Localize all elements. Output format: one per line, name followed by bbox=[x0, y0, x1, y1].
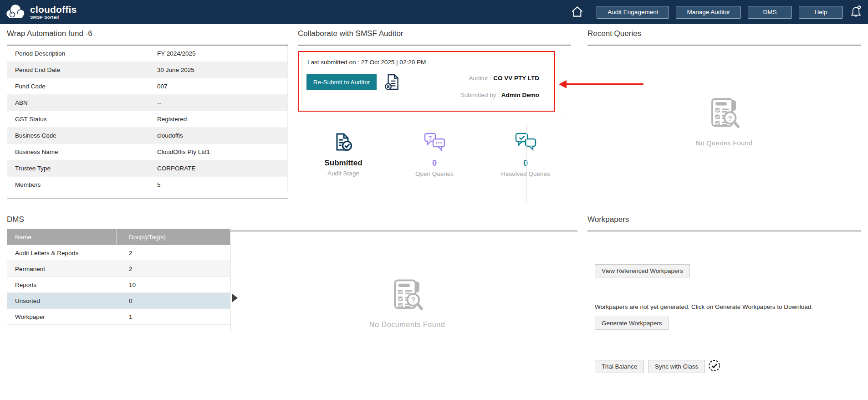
dms-row-name: Workpaper bbox=[7, 313, 117, 320]
fund-row-label: Business Code bbox=[7, 132, 157, 139]
fund-details-table: Period DescriptionFY 2024/2025Period End… bbox=[7, 46, 288, 193]
home-button[interactable] bbox=[571, 6, 583, 19]
nav-button-group: Audit EngagementManage AuditorDMSHelp bbox=[590, 6, 843, 19]
document-check-icon bbox=[298, 131, 389, 153]
fund-row-label: GST Status bbox=[7, 116, 157, 123]
check-chat-icon bbox=[480, 131, 571, 153]
dms-row-count: 0 bbox=[117, 297, 230, 304]
bell-icon bbox=[850, 5, 862, 19]
sync-with-class-button[interactable]: Sync with Class bbox=[648, 360, 705, 373]
fund-row-label: ABN bbox=[7, 99, 157, 106]
dms-row-count: 1 bbox=[117, 313, 230, 320]
dms-table: Name Doc(s)/Tag(s) Audit Letters & Repor… bbox=[7, 229, 230, 325]
trial-balance-button[interactable]: Trial Balance bbox=[595, 360, 644, 373]
view-referenced-workpapers-button[interactable]: View Referenced Workpapers bbox=[595, 264, 690, 277]
dms-row-audit-letters-reports[interactable]: Audit Letters & Reports2 bbox=[7, 245, 230, 261]
dms-table-header: Name Doc(s)/Tag(s) bbox=[7, 229, 230, 245]
nav-button-manage-auditor[interactable]: Manage Auditor bbox=[676, 6, 741, 19]
fund-row-label: Period Description bbox=[7, 50, 157, 57]
fund-row-label: Fund Code bbox=[7, 83, 157, 90]
clipboard-search-icon: ? bbox=[707, 124, 741, 132]
auditor-value: CO VV PTY LTD bbox=[493, 75, 539, 82]
submission-highlight-box: Last submitted on : 27 Oct 2025 | 02:20 … bbox=[298, 51, 555, 112]
queries-empty-state: ? No Queries Found bbox=[587, 96, 861, 147]
clipboard-search-icon: ? bbox=[389, 306, 425, 314]
workpapers-panel: Workpapers View Referenced Workpapers Wo… bbox=[587, 213, 861, 400]
workpapers-note: Workpapers are not yet generated. Click … bbox=[595, 303, 813, 310]
fund-row-label: Period End Date bbox=[7, 67, 157, 73]
nav-button-dms[interactable]: DMS bbox=[748, 6, 792, 19]
home-icon bbox=[571, 6, 583, 19]
fund-table-scrollbar[interactable] bbox=[7, 198, 288, 199]
no-queries-text: No Queries Found bbox=[587, 139, 861, 147]
fund-row-value: 30 June 2025 bbox=[157, 67, 287, 73]
audit-stage-label: Audit Stage bbox=[298, 170, 389, 177]
cloud-logo-icon bbox=[5, 4, 26, 21]
fund-row-value: CORPORATE bbox=[157, 165, 287, 172]
collaborate-title: Collaborate with SMSF Auditor bbox=[298, 27, 571, 46]
open-queries-stat[interactable]: ? 0 Open Queries bbox=[389, 118, 480, 177]
fund-row-label: Trustee Type bbox=[7, 165, 157, 172]
dms-row-name: Audit Letters & Reports bbox=[7, 250, 117, 256]
notifications-button[interactable] bbox=[850, 5, 862, 19]
documents-empty-state: ? No Documents Found bbox=[237, 277, 577, 329]
sync-status-button[interactable] bbox=[708, 359, 720, 373]
recent-queries-title: Recent Queries bbox=[587, 27, 861, 46]
dms-row-unsorted[interactable]: Unsorted0 bbox=[7, 293, 230, 309]
resubmit-to-auditor-button[interactable]: Re-Submit to Auditor bbox=[306, 74, 377, 90]
divider bbox=[298, 114, 571, 114]
divider bbox=[526, 124, 527, 202]
fund-row-label: Business Name bbox=[7, 149, 157, 155]
fund-table-row: Business Codecloudoffis bbox=[7, 128, 287, 144]
nav-button-audit-engagement[interactable]: Audit Engagement bbox=[597, 6, 669, 19]
fund-table-row: Business NameCloudOffis Pty Ltd1 bbox=[7, 144, 287, 160]
fund-table-row: Members5 bbox=[7, 177, 287, 193]
last-submitted-text: Last submitted on : 27 Oct 2025 | 02:20 … bbox=[307, 59, 426, 66]
dms-row-name: Reports bbox=[7, 282, 117, 288]
auditor-label: Auditor : bbox=[469, 75, 491, 82]
top-navbar: cloudoffis SMSF Sorted Audit EngagementM… bbox=[0, 0, 868, 24]
resolved-queries-label: Resolved Queries bbox=[480, 170, 571, 177]
audit-stage-stat: Submitted Audit Stage bbox=[298, 118, 389, 177]
svg-text:?: ? bbox=[429, 134, 432, 141]
navbar-actions: Audit EngagementManage AuditorDMSHelp bbox=[571, 0, 862, 24]
workpapers-title: Workpapers bbox=[587, 213, 861, 231]
fund-details-panel: Wrap Automation fund -6 Period Descripti… bbox=[7, 27, 288, 199]
dms-row-reports[interactable]: Reports10 bbox=[7, 277, 230, 293]
fund-table-row: Trustee TypeCORPORATE bbox=[7, 160, 287, 177]
dms-row-permanent[interactable]: Permanent2 bbox=[7, 261, 230, 277]
svg-text:?: ? bbox=[411, 296, 416, 304]
brand-name: cloudoffis bbox=[30, 5, 77, 14]
open-queries-label: Open Queries bbox=[389, 170, 480, 177]
brand-logo[interactable]: cloudoffis SMSF Sorted bbox=[5, 4, 77, 21]
fund-row-value: FY 2024/2025 bbox=[157, 50, 287, 57]
annotation-arrow bbox=[566, 83, 643, 85]
dms-row-count: 10 bbox=[117, 282, 230, 288]
resolved-queries-stat[interactable]: 0 Resolved Queries bbox=[480, 118, 571, 177]
dms-panel: DMS Name Doc(s)/Tag(s) Audit Letters & R… bbox=[7, 213, 577, 400]
fund-table-row: GST StatusRegistered bbox=[7, 111, 287, 128]
divider bbox=[391, 124, 391, 202]
nav-button-help[interactable]: Help bbox=[799, 6, 843, 19]
export-document-button[interactable] bbox=[384, 73, 401, 92]
fund-table-row: Period End Date30 June 2025 bbox=[7, 62, 287, 78]
dms-col-count: Doc(s)/Tag(s) bbox=[117, 234, 230, 241]
dms-row-name: Permanent bbox=[7, 266, 117, 272]
fund-row-value: -- bbox=[157, 99, 287, 106]
fund-row-value: 5 bbox=[157, 181, 287, 188]
fund-table-row: Fund Code007 bbox=[7, 78, 287, 95]
submission-meta: Auditor : CO VV PTY LTD Submitted by : A… bbox=[460, 75, 539, 108]
audit-stats-row: Submitted Audit Stage ? 0 bbox=[298, 118, 571, 177]
recent-queries-panel: Recent Queries ? bbox=[587, 27, 861, 207]
divider bbox=[230, 229, 230, 332]
fund-row-value: 007 bbox=[157, 83, 287, 90]
fund-row-value: Registered bbox=[157, 116, 287, 123]
dms-row-name: Unsorted bbox=[7, 297, 117, 304]
generate-workpapers-button[interactable]: Generate Workpapers bbox=[595, 317, 669, 330]
brand-tagline: SMSF Sorted bbox=[30, 15, 77, 20]
dms-row-count: 2 bbox=[117, 266, 230, 272]
audit-stage-value: Submitted bbox=[298, 159, 389, 168]
dms-row-count: 2 bbox=[117, 250, 230, 256]
dms-row-workpaper[interactable]: Workpaper1 bbox=[7, 309, 230, 325]
no-documents-text: No Documents Found bbox=[237, 321, 577, 329]
